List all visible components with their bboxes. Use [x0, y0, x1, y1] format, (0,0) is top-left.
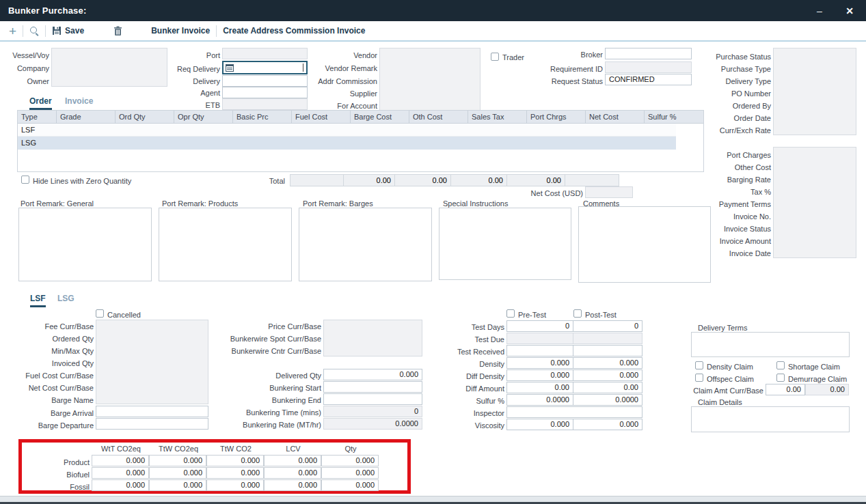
tab-order[interactable]: Order	[29, 96, 52, 110]
test-days-post-field[interactable]: 0	[573, 320, 642, 332]
viscosity-pre-field[interactable]: 0.000	[506, 419, 573, 430]
diff-amount-post-field[interactable]: 0.00	[573, 382, 642, 393]
sulfur-post-field[interactable]: 0.0000	[573, 394, 642, 406]
test-received-pre-field[interactable]	[506, 345, 573, 356]
column-header[interactable]: Type	[18, 111, 57, 123]
search-button[interactable]	[29, 26, 39, 36]
column-header[interactable]: Grade	[57, 111, 116, 123]
create-address-commission-invoice-button[interactable]: Create Address Commission Invoice	[223, 26, 365, 36]
column-header[interactable]: Sales Tax	[468, 111, 527, 123]
port-remark-products-textarea[interactable]	[159, 208, 292, 281]
label-delivery-type: Delivery Type	[703, 77, 771, 86]
post-test-checkbox[interactable]	[573, 309, 582, 318]
density-post-field[interactable]: 0.000	[573, 357, 642, 369]
label-pre-test: Pre-Test	[518, 311, 546, 320]
delivered-qty-field[interactable]: 0.000	[323, 369, 422, 380]
bunkering-end-field[interactable]	[323, 393, 422, 405]
label-po-number: PO Number	[703, 89, 771, 98]
pre-test-checkbox[interactable]	[506, 309, 515, 318]
demurrage-claim-checkbox[interactable]	[776, 374, 785, 382]
port-field[interactable]	[222, 48, 308, 59]
column-header[interactable]: Port Chrgs	[527, 111, 586, 123]
port-remark-general-textarea[interactable]	[18, 208, 152, 281]
barge-arrival-field[interactable]	[96, 406, 208, 417]
offspec-claim-checkbox[interactable]	[695, 374, 703, 382]
column-header[interactable]: Basic Prc	[233, 111, 292, 123]
delivery-field[interactable]	[222, 75, 308, 87]
tab-lsf[interactable]: LSF	[30, 294, 46, 307]
column-header[interactable]: Net Cost	[586, 111, 645, 123]
toolbar-divider	[23, 25, 23, 37]
order-grid: Type Grade Ord Qty Opr Qty Basic Prc Fue…	[17, 110, 704, 172]
table-row-lsg[interactable]: LSG	[18, 137, 676, 150]
label-bunkerwire-spot: Bunkerwire Spot Curr/Base	[212, 335, 321, 344]
cancelled-checkbox[interactable]	[96, 309, 104, 318]
request-status-field[interactable]: CONFIRMED	[605, 74, 692, 85]
diff-density-pre-field[interactable]: 0.000	[506, 369, 573, 381]
co2-cell: 0.000	[264, 455, 321, 466]
column-header[interactable]: Fuel Cost	[292, 111, 351, 123]
table-row-lsf[interactable]: LSF	[18, 124, 676, 137]
column-header[interactable]: Ord Qty	[116, 111, 174, 123]
column-header[interactable]: Opr Qty	[174, 111, 233, 123]
minimize-button[interactable]: –	[809, 0, 830, 21]
density-claim-checkbox[interactable]	[695, 361, 703, 369]
label-vendor-remark: Vendor Remark	[316, 64, 377, 73]
label-bunkering-start: Bunkering Start	[212, 384, 321, 393]
window-title: Bunker Purchase:	[8, 5, 86, 16]
special-instructions-textarea[interactable]	[439, 208, 571, 280]
label-test-days: Test Days	[436, 323, 504, 332]
inspector-field[interactable]	[506, 406, 642, 418]
label-vendor: Vendor	[316, 51, 377, 60]
label-barging-rate: Barging Rate	[703, 176, 771, 184]
label-req-delivery: Req Delivery	[164, 65, 220, 74]
comments-textarea[interactable]	[578, 206, 711, 283]
trader-checkbox[interactable]	[491, 53, 499, 61]
requirement-id-field[interactable]	[605, 61, 692, 73]
close-button[interactable]: ✕	[839, 0, 860, 21]
label-diff-density: Diff Density	[436, 372, 504, 381]
shortage-claim-checkbox[interactable]	[776, 361, 785, 369]
viscosity-post-field[interactable]: 0.000	[573, 419, 642, 430]
column-header[interactable]: Oth Cost	[409, 111, 468, 123]
calendar-icon[interactable]	[226, 64, 234, 72]
bunkering-start-field[interactable]	[323, 381, 422, 393]
label-invoice-amount: Invoice Amount	[703, 237, 771, 246]
broker-field[interactable]	[605, 48, 692, 59]
add-icon[interactable]: +	[9, 25, 16, 38]
diff-density-post-field[interactable]: 0.000	[573, 369, 642, 381]
delivery-terms-textarea[interactable]	[691, 332, 850, 357]
claim-amt-curr-field[interactable]: 0.00	[766, 384, 805, 395]
magnifier-icon	[29, 26, 39, 36]
label-vessel-voy: Vessel/Voy	[1, 51, 49, 60]
label-total: Total	[237, 177, 285, 186]
port-remark-barges-textarea[interactable]	[299, 208, 432, 281]
barge-departure-field[interactable]	[96, 418, 208, 430]
save-button[interactable]: Save	[52, 26, 84, 36]
save-label: Save	[65, 26, 84, 36]
column-header[interactable]: Barge Cost	[351, 111, 409, 123]
claim-details-textarea[interactable]	[691, 406, 850, 432]
horizontal-scrollbar[interactable]	[0, 496, 866, 502]
tab-invoice[interactable]: Invoice	[65, 96, 93, 106]
density-pre-field[interactable]: 0.000	[506, 357, 573, 369]
agent-field[interactable]	[222, 87, 308, 98]
label-viscosity: Viscosity	[436, 421, 504, 430]
test-days-pre-field[interactable]: 0	[506, 320, 573, 332]
bunker-invoice-button[interactable]: Bunker Invoice	[151, 26, 210, 36]
test-due-pre-field	[506, 333, 573, 344]
label-ordered-qty: Ordered Qty	[5, 335, 94, 344]
test-received-post-field[interactable]	[573, 345, 642, 356]
req-delivery-field[interactable]	[222, 61, 308, 74]
label-post-test: Post-Test	[585, 311, 617, 320]
delete-button[interactable]	[113, 26, 122, 36]
hide-zero-qty-checkbox[interactable]	[21, 176, 29, 184]
vendor-block	[379, 48, 481, 111]
column-header[interactable]: Sulfur %	[645, 111, 703, 123]
sulfur-pre-field[interactable]: 0.0000	[506, 394, 573, 406]
label-port: Port	[164, 51, 220, 60]
diff-amount-pre-field[interactable]: 0.00	[506, 382, 573, 393]
label-inspector: Inspector	[436, 409, 504, 418]
etb-field[interactable]	[222, 98, 308, 110]
tab-lsg[interactable]: LSG	[57, 294, 75, 303]
